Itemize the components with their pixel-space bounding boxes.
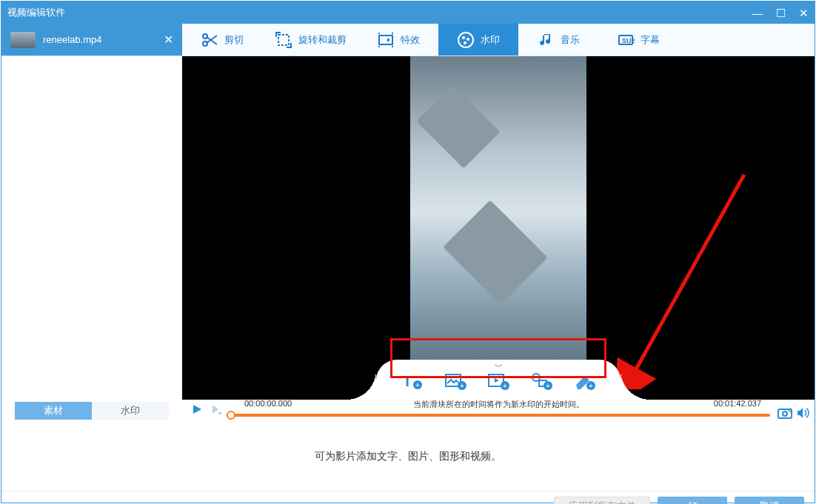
music-icon	[537, 31, 555, 49]
file-tab-close[interactable]: ✕	[164, 33, 173, 47]
svg-line-10	[633, 175, 744, 374]
timeline-end-time: 00:01:42.037	[714, 399, 761, 408]
svg-text:+: +	[415, 381, 420, 389]
svg-text:+: +	[503, 382, 507, 390]
add-text-icon: T+	[401, 372, 424, 391]
video-frame	[410, 56, 586, 369]
tab-music[interactable]: 音乐	[518, 24, 598, 56]
add-video-icon: +	[487, 372, 509, 391]
side-tab-material[interactable]: 素材	[15, 402, 92, 420]
svg-rect-3	[379, 36, 392, 44]
rotate-crop-icon	[275, 31, 292, 49]
annotation-arrow	[611, 167, 759, 389]
add-shape-icon: +	[530, 372, 552, 391]
timeline-track[interactable]	[227, 414, 770, 417]
tab-effect[interactable]: 特效	[358, 24, 438, 56]
tab-cut-label: 剪切	[224, 33, 244, 47]
sidebar	[1, 56, 182, 400]
svg-text:T: T	[403, 373, 412, 389]
timeline-start-time: 00:00:00.000	[244, 399, 292, 408]
timeline-hint: 当前滑块所在的时间将作为新水印的开始时间。	[413, 399, 584, 410]
file-tab[interactable]: reneelab.mp4 ✕	[1, 24, 182, 56]
step-icon	[210, 403, 222, 415]
speaker-icon	[795, 406, 810, 420]
add-image-icon: +	[444, 372, 466, 391]
svg-point-4	[458, 33, 473, 47]
svg-text:+: +	[460, 382, 464, 390]
apply-all-button: 应用到所有文件	[554, 497, 650, 505]
tab-watermark-label: 水印	[481, 33, 500, 47]
tab-effect-label: 特效	[401, 33, 420, 47]
file-name: reneelab.mp4	[43, 34, 102, 45]
tab-music-label: 音乐	[561, 33, 580, 47]
svg-point-5	[462, 36, 465, 39]
side-tab-watermark[interactable]: 水印	[92, 402, 169, 420]
tab-watermark[interactable]: 水印	[438, 24, 518, 56]
add-text-button[interactable]: T+	[401, 372, 424, 394]
info-text: 可为影片添加文字、图片、图形和视频。	[315, 450, 501, 463]
tab-subtitle-label: 字幕	[641, 33, 660, 47]
window-minimize[interactable]: —	[752, 7, 763, 19]
tab-rotate-crop[interactable]: 旋转和裁剪	[262, 24, 358, 56]
tab-subtitle[interactable]: SUB 字幕	[598, 24, 678, 56]
file-thumbnail	[10, 32, 36, 48]
svg-point-28	[783, 411, 787, 416]
play-icon	[191, 403, 203, 415]
video-preview[interactable]: ﹀ T+ + + + +	[182, 56, 815, 400]
add-shape-button[interactable]: +	[530, 372, 552, 394]
svg-text:+: +	[589, 382, 593, 390]
svg-point-7	[464, 41, 466, 44]
watermark-toolbar: ﹀ T+ + + + +	[376, 360, 621, 400]
watermark-icon	[457, 31, 475, 49]
volume-button[interactable]	[795, 406, 810, 423]
svg-text:+: +	[789, 408, 791, 412]
tab-cut[interactable]: 剪切	[182, 24, 262, 56]
timeline-handle[interactable]	[227, 411, 235, 420]
ok-button[interactable]: 好	[658, 497, 727, 505]
window-close[interactable]: ✕	[799, 7, 809, 19]
step-button[interactable]	[210, 403, 222, 418]
cancel-button[interactable]: 取消	[735, 497, 804, 505]
effect-icon	[377, 31, 395, 49]
add-erase-button[interactable]: +	[573, 372, 595, 394]
scissors-icon	[201, 31, 218, 49]
svg-rect-26	[218, 412, 221, 414]
chevron-down-icon[interactable]: ﹀	[495, 361, 503, 372]
add-video-button[interactable]: +	[487, 372, 509, 394]
svg-point-6	[466, 38, 469, 41]
add-image-button[interactable]: +	[444, 372, 466, 394]
svg-text:+: +	[546, 382, 550, 390]
svg-text:SUB: SUB	[622, 37, 635, 44]
window-maximize[interactable]: ☐	[776, 7, 786, 19]
camera-icon: +	[777, 406, 792, 420]
subtitle-icon: SUB	[617, 31, 635, 49]
window-title: 视频编辑软件	[7, 6, 65, 19]
tab-rotate-label: 旋转和裁剪	[298, 33, 347, 47]
svg-rect-2	[278, 35, 289, 45]
snapshot-button[interactable]: +	[777, 406, 792, 423]
add-erase-icon: +	[573, 372, 595, 391]
play-button[interactable]	[191, 403, 203, 418]
